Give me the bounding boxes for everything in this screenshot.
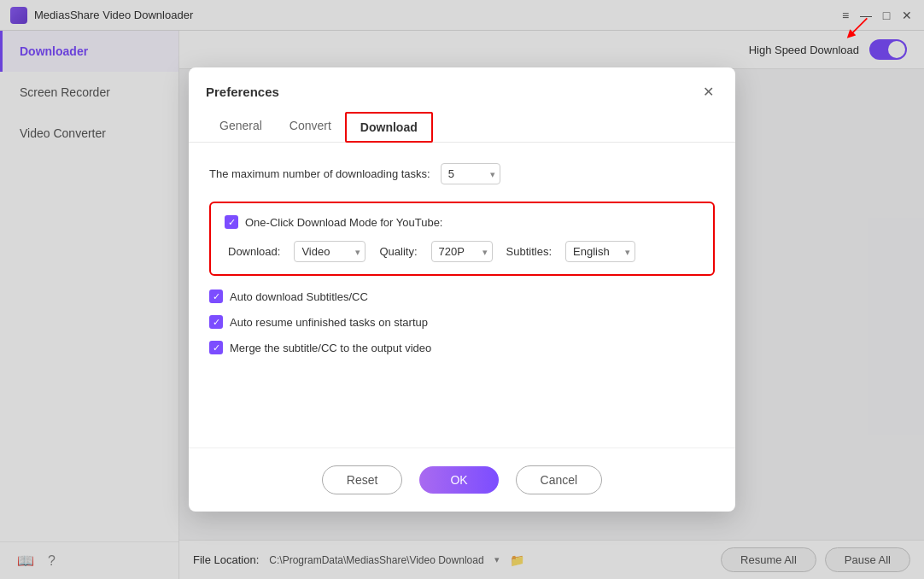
download-type-select[interactable]: Video Audio Subtitles [294,241,366,262]
download-type-wrapper: Video Audio Subtitles [294,241,366,262]
quality-label: Quality: [379,245,417,258]
subtitles-select[interactable]: English Chinese Spanish French Auto [565,241,635,262]
subtitles-label: Subtitles: [506,245,552,258]
merge-subtitle-checkbox[interactable] [209,341,223,354]
download-type-label: Download: [228,245,280,258]
ok-button[interactable]: OK [419,466,498,494]
app-window: MediasShare Video Downloader ≡ — □ ✕ Dow… [0,0,924,579]
oneclick-box: One-Click Download Mode for YouTube: Dow… [209,202,715,276]
dialog-overlay: Preferences ✕ General Convert Download T… [0,0,924,579]
auto-subtitle-label: Auto download Subtitles/CC [230,290,368,303]
max-tasks-label: The maximum number of downloading tasks: [209,167,430,180]
tab-download[interactable]: Download [345,112,433,143]
dialog-footer: Reset OK Cancel [189,447,735,512]
max-tasks-select[interactable]: 5 1 2 3 4 6 7 8 9 10 [441,163,500,184]
tab-general[interactable]: General [206,112,276,143]
merge-subtitle-row: Merge the subtitle/CC to the output vide… [209,341,715,354]
merge-subtitle-label: Merge the subtitle/CC to the output vide… [230,342,431,354]
preferences-dialog: Preferences ✕ General Convert Download T… [189,67,735,512]
auto-subtitle-row: Auto download Subtitles/CC [209,290,715,303]
auto-resume-label: Auto resume unfinished tasks on startup [230,316,428,329]
quality-select[interactable]: 360P 480P 720P 1080P 4K [431,241,493,262]
dialog-body: The maximum number of downloading tasks:… [189,143,735,447]
quality-wrapper: 360P 480P 720P 1080P 4K [431,241,493,262]
dialog-close-button[interactable]: ✕ [698,81,718,102]
tab-convert[interactable]: Convert [276,112,345,143]
dialog-tabs: General Convert Download [189,102,735,143]
reset-button[interactable]: Reset [322,465,403,494]
oneclick-label: One-Click Download Mode for YouTube: [245,216,442,229]
oneclick-header: One-Click Download Mode for YouTube: [225,215,699,229]
auto-resume-row: Auto resume unfinished tasks on startup [209,315,715,329]
max-tasks-select-wrapper: 5 1 2 3 4 6 7 8 9 10 [441,163,500,184]
max-tasks-row: The maximum number of downloading tasks:… [209,163,715,184]
dialog-header: Preferences ✕ [189,67,735,102]
dialog-title: Preferences [206,85,279,99]
cancel-button[interactable]: Cancel [516,465,603,494]
subtitles-wrapper: English Chinese Spanish French Auto [565,241,635,262]
oneclick-checkbox[interactable] [225,215,238,229]
auto-subtitle-checkbox[interactable] [209,290,223,303]
auto-resume-checkbox[interactable] [209,315,223,329]
oneclick-options: Download: Video Audio Subtitles Quality: [225,241,699,262]
